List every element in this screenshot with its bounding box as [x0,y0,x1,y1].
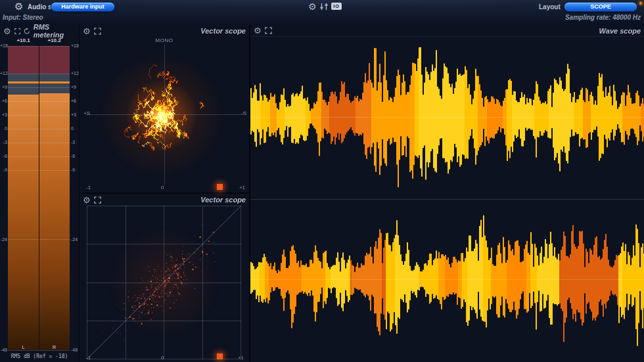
correlation-indicator-square [217,184,223,190]
scale-label: 0 [161,185,164,191]
vector-scope-polar-header: ⚙ Vector scope [80,25,249,37]
meter-scale-label-left: -24 [0,237,7,242]
channel-label-left: L [8,345,39,350]
hardware-input-button[interactable]: Hardware input [51,2,115,12]
input-info: Input: Stereo [3,14,43,21]
sampling-rate-label: Sampling rate: 48000 Hz [565,14,641,21]
audio-source-gear-icon[interactable]: ⚙ [14,1,23,11]
meter-red-zone [39,46,70,74]
reset-icon[interactable] [24,28,30,35]
scale-label: -1 [86,355,91,361]
scale-label: -1 [86,185,91,191]
meter-scale-label-left: +12 [0,71,7,76]
wave-scope-panel: ⚙ Wave scope [250,25,644,362]
meter-scale-label-right: +9 [71,85,78,89]
fullscreen-icon[interactable] [94,28,101,35]
meter-scale-label-left: +6 [0,99,7,103]
rms-meter-display [8,46,70,350]
meter-fill [8,95,39,350]
meter-scale-label-left: -48 [0,348,7,352]
gear-icon[interactable]: ⚙ [254,26,262,35]
meter-scale-label-right: +18 [71,43,78,48]
meter-scale-label-left: -9 [0,168,7,172]
wave-scope-header: ⚙ Wave scope [250,25,644,37]
meter-scale-label-left: +9 [0,85,7,89]
meter-scale-label-right: -24 [71,237,78,242]
sliders-icon[interactable] [320,3,328,11]
vector-scope-xy-header: ⚙ Vector scope [80,194,249,206]
meter-rms-hold-line [39,81,70,83]
correlation-indicator-square [217,353,223,359]
waveform-display [250,38,644,362]
meter-rms-hold-line [8,81,39,83]
meter-empty-zone [8,74,39,95]
settings-gear-icon[interactable]: ⚙ [308,2,317,11]
gear-icon[interactable]: ⚙ [83,27,91,35]
plus-s-axis-label: +S [83,110,90,116]
activity-indicator-dot [639,2,642,5]
meter-fill [39,93,70,350]
meter-scale-label-right: +6 [71,99,78,103]
rms-meter-bar-left [8,46,39,350]
meter-scale-label-right: 0 [71,126,78,131]
minus-s-axis-label: -S [241,110,246,116]
meter-scale-label-right: -6 [71,154,78,158]
meter-scale-label-left: +18 [0,43,7,48]
topbar: ⚙ Audio source Hardware input Input: Ste… [0,0,644,26]
meter-scale-label-right: +3 [71,112,78,117]
scale-label: 0 [161,355,164,361]
rms-meter-bar-right [39,46,70,350]
mono-axis-label: MONO [80,37,249,43]
meter-scale-label-right: +12 [71,71,78,76]
meter-scale-label-left: -3 [0,140,7,145]
vectorscope-xy-display [87,206,241,359]
rms-caption: RMS dB (Ref = -18) [0,353,79,359]
layout-label: Layout [539,3,561,11]
scope-layout-button[interactable]: SCOPE [564,2,637,12]
rms-metering-panel: ⚙ RMS metering +10.1 +10.2 L R RMS dB (R… [0,25,79,362]
fullscreen-icon[interactable] [94,196,101,204]
scope-app-window: ⚙ Audio source Hardware input Input: Ste… [0,0,644,362]
vector-scope-polar-panel: ⚙ Vector scope MONO +S -S -1 0 +1 [80,25,249,192]
io-routing-icon[interactable]: IO [331,3,342,10]
meter-scale-label-right: -3 [71,140,78,145]
panel-title: Vector scope [200,196,246,204]
meter-scale-label-left: -6 [0,154,7,158]
rms-panel-header: ⚙ RMS metering [0,25,79,37]
scale-label: +1 [238,355,244,361]
meter-channel-divider [39,46,39,350]
meter-scale-label-right: -48 [71,348,78,352]
fullscreen-icon[interactable] [14,28,21,35]
panel-title: RMS metering [34,23,76,39]
meter-scale-label-right: -9 [71,168,78,172]
meter-scale-label-left: +3 [0,112,7,117]
gear-icon[interactable]: ⚙ [3,27,11,35]
channel-label-right: R [39,345,70,350]
gear-icon[interactable]: ⚙ [83,196,91,204]
meter-red-zone [8,46,39,74]
panel-title: Wave scope [599,27,641,35]
panel-title: Vector scope [200,27,246,35]
meter-scale-label-left: 0 [0,126,7,131]
fullscreen-icon[interactable] [265,27,272,34]
vector-scope-xy-panel: ⚙ Vector scope -1 0 +1 [80,194,249,362]
meter-empty-zone [39,74,70,93]
vectorscope-polar-display [80,37,249,192]
scale-label: +1 [239,185,245,191]
